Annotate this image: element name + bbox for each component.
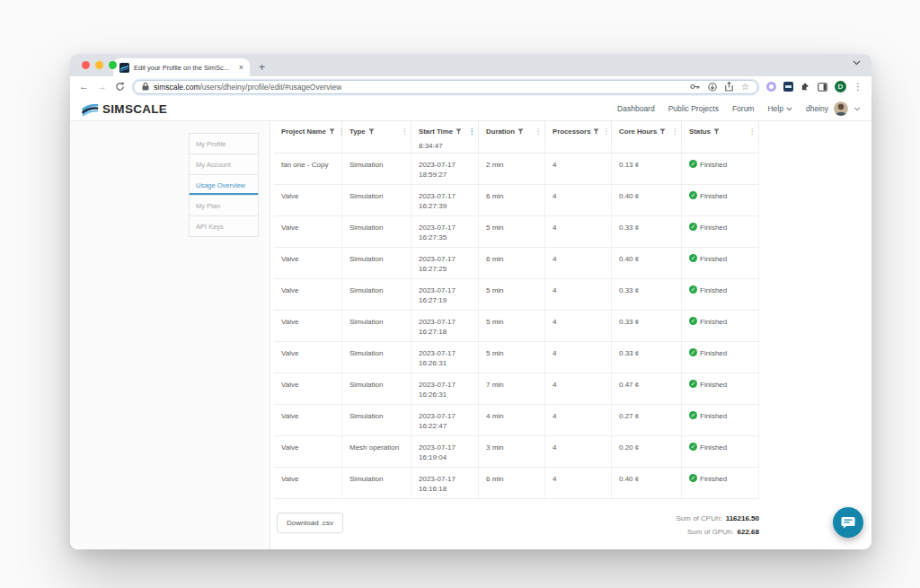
back-icon[interactable]: ←	[79, 82, 89, 92]
minimize-window-button[interactable]	[95, 61, 103, 69]
new-tab-button[interactable]: +	[259, 62, 265, 73]
table-row[interactable]: Valve Simulation 2023-07-17 16:26:31 7 m…	[274, 373, 759, 405]
status-text: Finished	[700, 191, 727, 201]
table-row[interactable]: Valve Simulation 2023-07-17 16:26:31 5 m…	[274, 342, 759, 373]
install-icon[interactable]	[708, 83, 717, 92]
header-nav-item[interactable]: Help	[767, 104, 792, 113]
sidebar-item[interactable]: Usage Overview	[189, 174, 259, 196]
profile-sidebar: My Profile My Account Usage Overview My …	[189, 134, 259, 237]
filter-icon[interactable]	[518, 128, 524, 135]
window-controls	[82, 61, 117, 69]
cell-processors: 4	[545, 216, 612, 247]
column-header[interactable]: Type ⋮	[342, 121, 411, 142]
cell-processors: 4	[545, 405, 612, 435]
avatar[interactable]	[834, 101, 848, 116]
usage-table-area: Project Name ⋮ Type ⋮ Start Time	[274, 121, 759, 549]
chrome-profile-badge[interactable]: D	[835, 81, 846, 92]
table-row[interactable]: Valve Simulation 2023-07-17 16:27:19 5 m…	[274, 279, 759, 311]
app-nav-items: Dashboard Public Projects Forum	[617, 104, 792, 113]
forward-icon[interactable]: →	[97, 82, 107, 92]
user-chevron-down-icon[interactable]	[854, 107, 861, 111]
finished-icon: ✓	[689, 380, 697, 388]
table-row[interactable]: Valve Simulation 2023-07-17 16:16:18 6 m…	[274, 468, 759, 499]
cell-core-hours: 0.13 ¢	[612, 154, 682, 184]
usage-sums: Sum of CPUh:116216.50 Sum of GPUh:622.68	[676, 512, 759, 539]
table-row[interactable]: fan one - Copy Simulation 2023-07-17 18:…	[274, 154, 759, 185]
column-header[interactable]: Status ⋮	[682, 121, 759, 142]
sum-cpuh-value: 116216.50	[726, 514, 759, 522]
column-header[interactable]: Project Name ⋮	[274, 121, 342, 142]
url-domain: simscale.com	[154, 83, 199, 92]
cell-project-name: Valve	[274, 185, 342, 215]
maximize-window-button[interactable]	[109, 61, 117, 69]
download-csv-button[interactable]: Download .csv	[277, 513, 343, 533]
finished-icon: ✓	[689, 191, 697, 199]
cell-core-hours: 0.33 ¢	[612, 216, 682, 247]
header-nav-item[interactable]: Public Projects	[668, 104, 719, 113]
filter-icon[interactable]	[659, 128, 666, 135]
table-row[interactable]: Valve Mesh operation 2023-07-17 16:19:04…	[274, 436, 759, 468]
table-row[interactable]: Valve Simulation 2023-07-17 16:27:18 5 m…	[274, 311, 759, 342]
filter-icon[interactable]	[593, 128, 599, 135]
sidebar-item[interactable]: API Keys	[189, 215, 259, 237]
column-menu-icon[interactable]: ⋮	[748, 127, 756, 136]
sum-cpuh: Sum of CPUh:116216.50	[676, 512, 759, 525]
browser-tab[interactable]: Edit your Profile on the SimSc... ×	[113, 58, 250, 76]
cell-duration: 5 min	[479, 342, 545, 373]
status-text: Finished	[700, 160, 727, 170]
extension-purple-icon[interactable]	[766, 82, 776, 92]
filter-icon[interactable]	[456, 128, 462, 135]
column-header[interactable]: Core Hours ⋮	[612, 121, 682, 142]
sum-gpuh-value: 622.68	[738, 528, 759, 536]
table-row[interactable]: Valve Simulation 2023-07-17 16:27:25 6 m…	[274, 248, 759, 279]
tab-close-icon[interactable]: ×	[239, 64, 243, 72]
table-row[interactable]: Valve Simulation 2023-07-17 16:27:39 6 m…	[274, 185, 759, 216]
column-menu-icon[interactable]: ⋮	[401, 127, 408, 136]
cell-start-time: 2023-07-17 16:27:18	[411, 311, 479, 341]
filter-icon[interactable]	[368, 128, 375, 135]
reload-icon[interactable]	[115, 82, 125, 92]
cell-processors: 4	[545, 185, 612, 215]
column-header[interactable]: Start Time ⋮	[411, 121, 479, 142]
cell-type: Mesh operation	[342, 436, 411, 467]
cell-type: Simulation	[342, 468, 411, 498]
password-key-icon[interactable]	[690, 83, 700, 91]
extension-navy-icon[interactable]	[783, 82, 793, 92]
tab-search-chevron-icon[interactable]	[853, 60, 861, 66]
sidebar-item[interactable]: My Profile	[189, 133, 259, 154]
sidebar-item[interactable]: My Account	[189, 154, 259, 175]
table-row[interactable]: Valve Simulation 2023-07-17 16:27:35 5 m…	[274, 216, 759, 248]
column-menu-icon[interactable]: ⋮	[671, 127, 678, 136]
filter-icon[interactable]	[713, 128, 720, 135]
cell-project-name: Valve	[274, 405, 342, 435]
column-menu-icon[interactable]: ⋮	[468, 127, 475, 136]
url-bar[interactable]: simscale.com/users/dheiny/profile/edit/#…	[133, 80, 758, 94]
bookmark-star-icon[interactable]: ☆	[741, 83, 749, 92]
filter-icon[interactable]	[329, 128, 335, 135]
browser-menu-icon[interactable]: ⋮	[854, 82, 862, 92]
header-nav-item[interactable]: Forum	[732, 104, 755, 113]
simscale-logo[interactable]: SIMSCALE	[81, 102, 167, 116]
cell-processors: 4	[545, 248, 612, 278]
share-icon[interactable]	[725, 82, 733, 92]
cell-status: ✓ Finished	[682, 468, 759, 498]
cell-processors: 4	[545, 311, 612, 341]
sidebar-item[interactable]: My Plan	[189, 195, 259, 216]
column-menu-icon[interactable]: ⋮	[535, 127, 542, 136]
cell-project-name: Valve	[274, 311, 342, 341]
cell-processors: 4	[545, 436, 612, 467]
column-header[interactable]: Duration ⋮	[479, 121, 545, 142]
vertical-divider	[270, 121, 270, 549]
cell-start-time: 2023-07-17 18:59:27	[411, 154, 479, 184]
table-row[interactable]: Valve Simulation 2023-07-17 16:22:47 4 m…	[274, 405, 759, 436]
extensions-puzzle-icon[interactable]	[801, 82, 810, 92]
header-nav-item[interactable]: Dashboard	[617, 104, 655, 113]
chat-launcher-button[interactable]	[833, 507, 863, 538]
close-window-button[interactable]	[82, 61, 90, 69]
cell-project-name: Valve	[274, 342, 342, 373]
user-menu[interactable]: dheiny	[806, 101, 861, 116]
cell-status: ✓ Finished	[682, 185, 759, 215]
column-header[interactable]: Processors ⋮	[545, 121, 612, 142]
column-menu-icon[interactable]: ⋮	[602, 127, 609, 136]
side-panel-icon[interactable]	[818, 83, 827, 92]
